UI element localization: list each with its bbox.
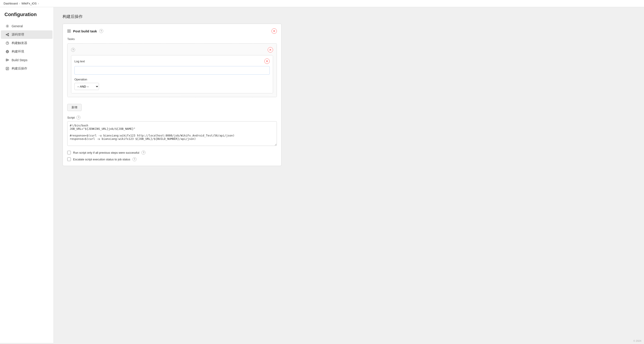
tasks-section-label: Tasks: [67, 37, 277, 41]
escalate-status-label: Escalate script execution status to job …: [73, 158, 130, 161]
sidebar-item-general[interactable]: General: [1, 22, 52, 30]
sidebar-item-source-label: 源码管理: [12, 32, 24, 37]
svg-point-3: [8, 35, 9, 36]
operation-label: Operation: [74, 78, 270, 81]
log-close-button[interactable]: ✕: [264, 58, 270, 64]
task-inner-header: ? ✕: [71, 47, 273, 52]
script-label: Script: [67, 116, 75, 119]
script-textarea[interactable]: #!/bin/bash JOB_URL="${JENKINS_URL}job/$…: [67, 121, 277, 146]
bottom-note: © 2024: [633, 340, 641, 342]
script-help-badge[interactable]: ?: [76, 116, 80, 120]
breadcrumb-sep-2: ›: [38, 2, 39, 5]
log-text-input[interactable]: [74, 66, 270, 74]
source-icon: [5, 32, 10, 37]
task-help-badge[interactable]: ?: [71, 48, 75, 52]
sidebar: Configuration General: [0, 7, 54, 343]
svg-line-4: [7, 34, 8, 34]
top-bar: Dashboard › WikiFx_iOS ›: [0, 0, 644, 7]
add-task-button[interactable]: 新增: [67, 104, 82, 111]
script-section: Script ? #!/bin/bash JOB_URL="${JENKINS_…: [67, 116, 277, 146]
post-build-icon: [5, 66, 10, 70]
sidebar-title: Configuration: [0, 12, 54, 22]
env-icon: [5, 50, 10, 54]
settings-icon: [5, 24, 10, 28]
operation-select[interactable]: -- AND -- -- OR --: [74, 83, 99, 90]
run-script-checkbox[interactable]: [67, 151, 71, 154]
checkboxes-section: Run script only if all previous steps we…: [67, 150, 277, 161]
build-steps-icon: [5, 58, 10, 62]
svg-point-1: [6, 34, 7, 35]
sidebar-item-post-build-label: 构建后操作: [12, 66, 27, 70]
sidebar-item-env-label: 构建环境: [12, 50, 24, 54]
sidebar-item-source[interactable]: 源码管理: [1, 30, 52, 39]
svg-point-2: [8, 33, 9, 34]
log-text-section: Log text ✕ Operation -- AND -- -- OR --: [71, 55, 273, 93]
card-header-left: Post build task ?: [67, 29, 103, 33]
breadcrumb-project[interactable]: WikiFx_iOS: [22, 2, 37, 5]
post-build-card: Post build task ? ✕ Tasks ? ✕ Log text: [62, 24, 282, 166]
log-text-label: Log text: [74, 60, 85, 63]
main-layout: Configuration General: [0, 7, 644, 343]
card-help-badge[interactable]: ?: [99, 29, 103, 33]
task-close-button[interactable]: ✕: [268, 47, 273, 52]
log-header: Log text ✕: [74, 58, 270, 64]
sidebar-item-build-steps-label: Build Steps: [12, 58, 28, 62]
main-content: 构建后操作 Post build task ? ✕ Tasks: [54, 7, 644, 343]
breadcrumb-sep-1: ›: [19, 2, 20, 5]
svg-rect-11: [8, 60, 9, 60]
sidebar-item-post-build[interactable]: 构建后操作: [1, 64, 52, 73]
sidebar-item-general-label: General: [12, 24, 23, 28]
drag-handle-icon[interactable]: [67, 30, 71, 32]
escalate-status-checkbox[interactable]: [67, 158, 71, 161]
svg-rect-9: [6, 59, 7, 60]
card-title: Post build task: [73, 29, 97, 33]
svg-rect-10: [6, 60, 7, 61]
page-title: 构建后操作: [62, 14, 635, 19]
breadcrumb-dashboard[interactable]: Dashboard: [4, 2, 18, 5]
sidebar-item-build-steps[interactable]: Build Steps: [1, 56, 52, 64]
operation-section: Operation -- AND -- -- OR --: [74, 78, 270, 90]
card-close-button[interactable]: ✕: [272, 28, 277, 34]
escalate-status-help-badge[interactable]: ?: [132, 157, 136, 161]
svg-point-0: [7, 26, 8, 27]
sidebar-item-trigger-label: 构建触发器: [12, 41, 27, 45]
checkbox-row-2: Escalate script execution status to job …: [67, 157, 277, 161]
svg-line-5: [7, 35, 8, 35]
run-script-label: Run script only if all previous steps we…: [73, 151, 139, 154]
checkbox-row-1: Run script only if all previous steps we…: [67, 150, 277, 154]
script-label-row: Script ?: [67, 116, 277, 120]
sidebar-item-env[interactable]: 构建环境: [1, 47, 52, 56]
sidebar-item-trigger[interactable]: 构建触发器: [1, 39, 52, 47]
tasks-container: ? ✕ Log text ✕ Operation -- AND --: [67, 43, 277, 97]
card-header: Post build task ? ✕: [67, 28, 277, 34]
run-script-help-badge[interactable]: ?: [142, 150, 146, 154]
trigger-icon: [5, 41, 10, 45]
